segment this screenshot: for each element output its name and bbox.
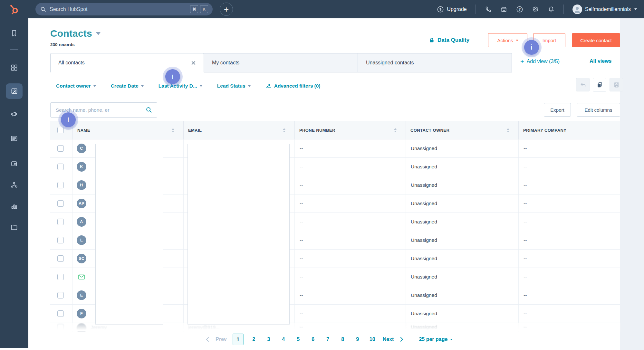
contact-owner-value: Unassigned [406, 237, 437, 243]
sidebar-item-dashboard[interactable] [6, 60, 23, 75]
page-button-5[interactable]: 5 [294, 336, 303, 342]
advanced-filters-link[interactable]: Advanced filters (0) [265, 83, 321, 89]
info-marker-search[interactable]: i [61, 112, 76, 127]
record-count: 230 records [50, 42, 75, 47]
org-nodes-icon [10, 181, 18, 189]
sidebar-item-marketing[interactable] [6, 107, 23, 122]
save-view-button[interactable] [610, 78, 623, 91]
data-quality-link[interactable]: Data Quality [429, 33, 469, 47]
view-tab-unassigned-contacts[interactable]: Unassigned contacts [358, 53, 512, 72]
left-sidebar [0, 18, 28, 348]
row-checkbox[interactable] [57, 164, 64, 170]
row-checkbox[interactable] [57, 145, 64, 152]
info-marker-filters[interactable]: i [165, 69, 180, 84]
quick-create-button[interactable]: + [220, 3, 233, 16]
row-checkbox[interactable] [57, 182, 64, 188]
close-tab-icon[interactable] [191, 61, 196, 65]
page-button-2[interactable]: 2 [249, 336, 258, 342]
chevron-down-icon [141, 85, 144, 87]
svg-text:?: ? [518, 7, 521, 11]
select-all-checkbox[interactable] [57, 127, 64, 133]
account-menu[interactable]: Selfmademillennials [572, 5, 637, 14]
notifications-bell-icon[interactable] [548, 6, 555, 13]
chevron-down-icon [516, 40, 518, 41]
search-icon[interactable] [146, 107, 152, 113]
filter-last-activity-date[interactable]: Last Activity D... [159, 83, 202, 89]
page-button-3[interactable]: 3 [264, 336, 273, 342]
sort-email-button[interactable] [283, 128, 285, 132]
sidebar-item-automations[interactable] [6, 177, 23, 193]
bar-chart-icon [10, 202, 18, 210]
sidebar-item-commerce[interactable] [6, 156, 23, 171]
filter-lead-status[interactable]: Lead Status [217, 83, 251, 89]
row-checkbox[interactable] [57, 200, 64, 207]
marketplace-icon[interactable] [500, 6, 507, 13]
divider [476, 5, 476, 14]
sidebar-item-contacts[interactable] [6, 83, 23, 99]
global-search-input[interactable]: Search HubSpot ⌘ K [35, 3, 213, 15]
phone-value: -- [295, 201, 303, 206]
contact-avatar: C [77, 144, 86, 153]
sidebar-item-bookmarks[interactable] [6, 25, 23, 41]
row-checkbox[interactable] [57, 255, 64, 262]
actions-button[interactable]: Actions [488, 33, 527, 47]
hubspot-logo-icon[interactable] [0, 4, 28, 15]
row-checkbox[interactable] [57, 292, 64, 298]
row-checkbox[interactable] [57, 237, 64, 243]
divider [563, 5, 564, 14]
copy-view-button[interactable] [593, 78, 606, 91]
page-button-1[interactable]: 1 [233, 334, 244, 345]
chevron-right-icon[interactable] [399, 337, 404, 342]
email-contact-icon [77, 272, 86, 282]
page-button-4[interactable]: 4 [279, 336, 288, 342]
row-checkbox[interactable] [57, 274, 64, 280]
calling-icon[interactable] [485, 6, 492, 13]
sort-phone-button[interactable] [394, 128, 397, 132]
filter-contact-owner[interactable]: Contact owner [56, 83, 96, 89]
view-tab-all-contacts[interactable]: All contacts [50, 53, 204, 72]
contact-owner-value: Unassigned [406, 219, 437, 225]
phone-value: -- [295, 237, 303, 243]
sort-owner-button[interactable] [507, 128, 509, 132]
contact-owner-value: Unassigned [406, 274, 437, 280]
export-button[interactable]: Export [544, 103, 571, 117]
contact-owner-value: Unassigned [406, 311, 437, 317]
sidebar-item-content[interactable] [6, 131, 23, 146]
page-button-6[interactable]: 6 [309, 336, 318, 342]
all-views-link[interactable]: All views [590, 58, 611, 64]
contact-avatar: A [77, 217, 86, 227]
next-page-button[interactable]: Next [383, 336, 394, 342]
per-page-selector[interactable]: 25 per page [419, 336, 453, 342]
settings-gear-icon[interactable] [532, 6, 539, 13]
filter-create-date[interactable]: Create Date [111, 83, 144, 89]
search-icon [40, 6, 46, 13]
topnav-right-group: Upgrade ? [437, 0, 637, 18]
table-bottom-border [50, 331, 620, 331]
prev-page-button[interactable]: Prev [216, 336, 227, 342]
view-tab-my-contacts[interactable]: My contacts [204, 53, 358, 72]
upgrade-link[interactable]: Upgrade [437, 6, 466, 13]
info-marker-import[interactable]: i [524, 40, 539, 55]
page-title-dropdown[interactable]: Contacts [50, 28, 101, 39]
phone-value: -- [295, 311, 303, 317]
sidebar-divider [10, 49, 18, 50]
row-checkbox[interactable] [57, 219, 64, 225]
undo-button[interactable] [576, 78, 590, 91]
sort-name-button[interactable] [172, 128, 174, 132]
content-card-icon [10, 135, 18, 142]
edit-columns-button[interactable]: Edit columns [577, 103, 620, 117]
page-button-8[interactable]: 8 [338, 336, 347, 342]
page-button-9[interactable]: 9 [353, 336, 362, 342]
add-view-link[interactable]: + Add view (3/5) [520, 58, 560, 65]
copy-icon [597, 82, 603, 88]
sidebar-item-reporting[interactable] [6, 198, 23, 214]
create-contact-button[interactable]: Create contact [572, 33, 620, 47]
contact-avatar: AP [77, 199, 86, 208]
help-icon[interactable]: ? [516, 6, 523, 13]
page-button-10[interactable]: 10 [368, 336, 377, 342]
filter-bar: Contact owner Create Date Last Activity … [56, 79, 321, 93]
chevron-left-icon[interactable] [205, 337, 210, 342]
sidebar-item-library[interactable] [6, 220, 23, 235]
row-checkbox[interactable] [57, 310, 64, 317]
page-button-7[interactable]: 7 [323, 336, 332, 342]
